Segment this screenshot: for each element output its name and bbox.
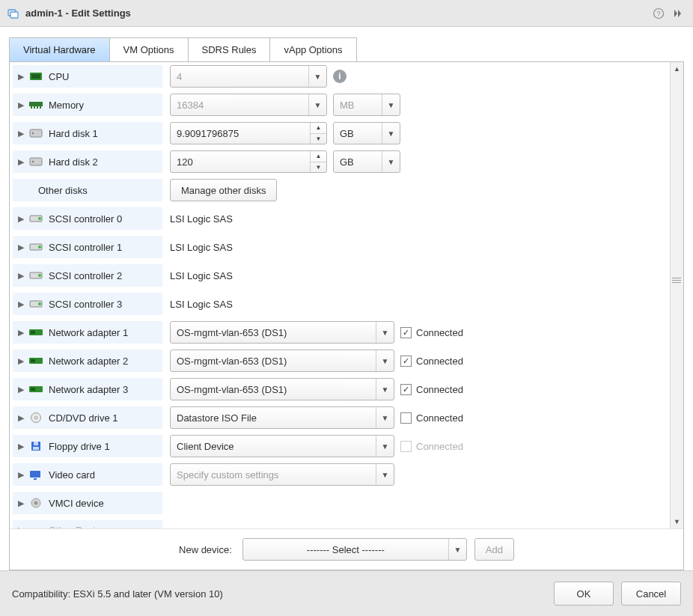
expander-video[interactable]: ▶ [16, 470, 26, 480]
memory-unit-combo[interactable]: MB ▼ [333, 94, 400, 116]
row-scsi1: ▶ SCSI controller 1 LSI Logic SAS [10, 233, 670, 261]
net1-network-combo[interactable]: OS-mgmt-vlan-653 (DS1) ▼ [170, 321, 394, 344]
svg-point-30 [34, 416, 37, 419]
cddvd-connected-label: Connected [416, 412, 463, 424]
hd1-unit-combo[interactable]: GB ▼ [333, 122, 400, 144]
net2-network-combo[interactable]: OS-mgmt-vlan-653 (DS1) ▼ [170, 350, 394, 372]
label-col-cpu: ▶ CPU [13, 65, 162, 88]
expander-net1[interactable]: ▶ [16, 328, 26, 338]
cpu-icon [28, 70, 44, 83]
new-device-select[interactable]: ------- Select ------- ▼ [242, 538, 467, 561]
hd2-unit-combo[interactable]: GB ▼ [333, 150, 400, 173]
chevron-down-icon: ▼ [376, 407, 394, 428]
svg-rect-5 [31, 74, 40, 79]
hd2-size-value: 120 [171, 156, 310, 168]
svg-point-14 [32, 161, 34, 162]
expander-vmci[interactable]: ▶ [16, 498, 26, 508]
net2-connected-checkbox[interactable] [400, 356, 412, 367]
memory-icon [28, 98, 44, 112]
hd2-size-spinner[interactable]: 120 ▲▼ [170, 150, 327, 173]
scroll-up-arrow[interactable]: ▲ [671, 62, 683, 76]
memory-value-combo[interactable]: 16384 ▼ [170, 94, 327, 116]
row-video: ▶ Video card Specify custom settings ▼ [10, 460, 670, 489]
expander-scsi2[interactable]: ▶ [16, 271, 26, 281]
expander-scsi3[interactable]: ▶ [16, 299, 26, 309]
cddvd-value: Datastore ISO File [171, 412, 376, 424]
chevron-down-icon: ▼ [376, 322, 394, 343]
add-device-button[interactable]: Add [474, 538, 514, 561]
net2-connected-label: Connected [416, 356, 463, 367]
net2-value: OS-mgmt-vlan-653 (DS1) [171, 356, 376, 367]
expander-hd1[interactable]: ▶ [16, 129, 26, 138]
svg-rect-26 [31, 359, 35, 362]
spinner-arrows[interactable]: ▲▼ [310, 151, 326, 172]
scsi2-label: SCSI controller 2 [49, 270, 122, 281]
hard-disk-icon [28, 155, 44, 168]
net3-label: Network adapter 3 [49, 384, 128, 395]
svg-point-22 [38, 302, 41, 305]
cddvd-source-combo[interactable]: Datastore ISO File ▼ [170, 406, 394, 429]
svg-rect-9 [37, 106, 38, 109]
expander-floppy[interactable]: ▶ [16, 442, 26, 451]
scrollbar-grip[interactable] [672, 273, 681, 287]
new-device-label: New device: [179, 544, 232, 555]
spinner-arrows[interactable]: ▲▼ [310, 123, 326, 144]
tab-sdrs-rules[interactable]: SDRS Rules [189, 38, 271, 61]
tab-vm-options[interactable]: VM Options [110, 38, 189, 61]
floppy-label: Floppy drive 1 [49, 441, 110, 452]
floppy-connected-label: Connected [416, 441, 463, 452]
tab-virtual-hardware[interactable]: Virtual Hardware [10, 38, 110, 61]
expander-cpu[interactable]: ▶ [16, 72, 26, 82]
expander-other-devices[interactable]: ▶ [16, 525, 26, 529]
help-icon[interactable]: ? [651, 6, 666, 21]
hd2-label: Hard disk 2 [49, 156, 98, 168]
tab-vapp-options[interactable]: vApp Options [270, 38, 355, 61]
row-scsi0: ▶ SCSI controller 0 LSI Logic SAS [10, 204, 670, 233]
net3-connected-checkbox[interactable] [400, 384, 412, 395]
expander-net3[interactable]: ▶ [16, 385, 26, 394]
svg-point-16 [38, 217, 41, 220]
floppy-source-combo[interactable]: Client Device ▼ [170, 435, 394, 457]
chevron-down-icon: ▼ [376, 436, 394, 457]
net3-connected-label: Connected [416, 384, 463, 395]
cpu-count-combo[interactable]: 4 ▼ [170, 65, 327, 88]
chevron-down-icon: ▼ [308, 94, 326, 115]
cddvd-label: CD/DVD drive 1 [49, 412, 117, 424]
cancel-button[interactable]: Cancel [621, 582, 681, 606]
hd1-label: Hard disk 1 [49, 128, 98, 139]
hd1-size-spinner[interactable]: 9.9091796875 ▲▼ [170, 122, 327, 144]
scsi3-value: LSI Logic SAS [170, 299, 233, 310]
cddvd-connected-checkbox[interactable] [400, 412, 412, 424]
scrollbar-track[interactable] [671, 76, 683, 515]
row-cddvd: ▶ CD/DVD drive 1 Datastore ISO File ▼ [10, 403, 670, 432]
vm-window-icon [7, 7, 19, 19]
expander-memory[interactable]: ▶ [16, 100, 26, 110]
svg-rect-24 [31, 331, 35, 334]
net1-connected-checkbox[interactable] [400, 327, 412, 338]
svg-text:?: ? [656, 10, 660, 17]
hd2-unit: GB [334, 156, 382, 168]
label-col-memory: ▶ Memory [13, 94, 162, 116]
expander-cddvd[interactable]: ▶ [16, 413, 26, 423]
cd-dvd-icon [28, 411, 44, 424]
svg-rect-6 [29, 102, 43, 106]
net1-connected-label: Connected [416, 327, 463, 338]
label-col-scsi2: ▶ SCSI controller 2 [13, 264, 162, 287]
edit-settings-window: admin-1 - Edit Settings ? Virtual Hardwa… [0, 0, 693, 616]
row-scsi2: ▶ SCSI controller 2 LSI Logic SAS [10, 261, 670, 290]
expander-scsi1[interactable]: ▶ [16, 243, 26, 252]
manage-other-disks-button[interactable]: Manage other disks [170, 179, 277, 201]
expander-net2[interactable]: ▶ [16, 356, 26, 366]
info-icon[interactable]: i [333, 70, 346, 83]
expander-hd2[interactable]: ▶ [16, 157, 26, 167]
ok-button[interactable]: OK [554, 582, 614, 606]
vertical-scrollbar[interactable]: ▲ ▼ [670, 62, 683, 528]
expand-icon[interactable] [671, 6, 686, 21]
net3-network-combo[interactable]: OS-mgmt-vlan-653 (DS1) ▼ [170, 378, 394, 400]
expander-scsi0[interactable]: ▶ [16, 214, 26, 224]
video-settings-combo[interactable]: Specify custom settings ▼ [170, 463, 394, 486]
label-col-scsi3: ▶ SCSI controller 3 [13, 293, 162, 315]
scroll-down-arrow[interactable]: ▼ [671, 515, 683, 528]
svg-rect-7 [31, 106, 32, 109]
hardware-scrollarea: ▶ CPU 4 ▼ i [10, 62, 683, 528]
